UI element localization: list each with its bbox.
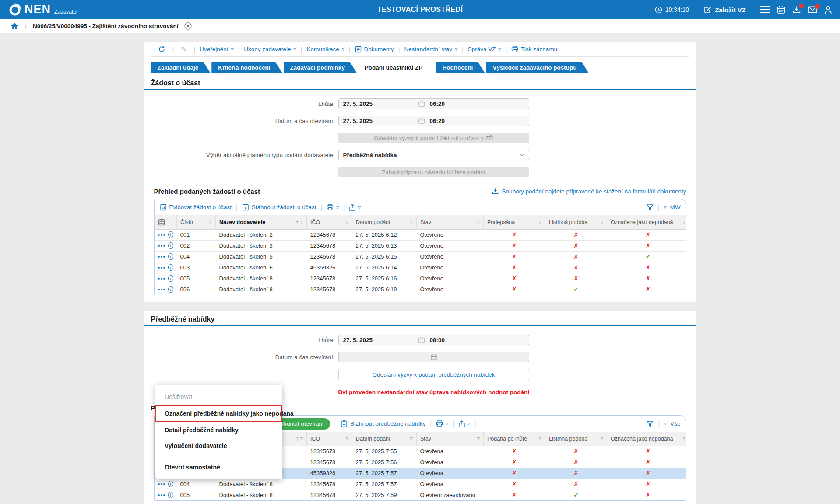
main-menu-button[interactable] — [760, 6, 770, 13]
column-filter-icon[interactable]: ▽ — [346, 437, 348, 441]
lhuta-datetime-field[interactable]: 27. 5. 2025 08:00 — [338, 335, 529, 345]
oteviranie-datetime-field[interactable]: 27. 5. 2025 06:20 — [338, 116, 529, 126]
row-info-icon[interactable]: i — [168, 264, 173, 271]
action-link-uve-ejn-n-[interactable]: Uveřejnění▽ — [200, 46, 233, 52]
column-header[interactable]: Datum podání▽ — [352, 215, 417, 229]
submission-files-link[interactable]: Soubory podání najdete připravené ke sta… — [492, 188, 686, 195]
row-info-icon[interactable]: i — [168, 481, 173, 487]
download-offers-button[interactable]: Stáhnout předběžné nabídky — [341, 420, 426, 427]
row-info-icon[interactable]: i — [168, 286, 173, 293]
lhuta-datetime-field[interactable]: 27. 5. 2025 06:20 — [338, 98, 529, 109]
row-menu-icon[interactable] — [158, 256, 165, 258]
tab-zad-vac-podm-nky[interactable]: Zadávací podmínky — [284, 62, 357, 74]
column-settings-header[interactable] — [155, 215, 177, 229]
column-header[interactable]: Stav▽ — [417, 432, 484, 446]
action-link-tisk-z-znamu[interactable]: Tisk záznamu — [511, 46, 557, 52]
column-filter-icon[interactable]: ▽ — [601, 437, 603, 441]
table-row[interactable]: i005Dodavatel - školení 81234567827. 5. … — [155, 273, 686, 284]
nen-brand[interactable]: NEN Zadavatel — [8, 3, 77, 17]
menu-item-vylou-en-dodavatele[interactable]: Vyloučení dodavatele — [155, 438, 282, 454]
table-row[interactable]: i004Dodavatel - školení 81234567827. 5. … — [155, 479, 686, 490]
breadcrumb-item[interactable]: N006/25/V00004995 - Zajištění závodního … — [33, 23, 178, 29]
calendar-button[interactable] — [777, 6, 785, 14]
tab-z-kladn-daje[interactable]: Základní údaje — [151, 62, 211, 74]
column-header[interactable]: Listinná podoba▽ — [545, 215, 607, 229]
action-link-spr-va-vz[interactable]: Správa VZ▽ — [468, 46, 501, 52]
export-table-button[interactable]: ▽ — [459, 420, 470, 427]
create-vz-button[interactable]: Založit VZ — [703, 6, 746, 14]
view-select-caret[interactable]: ▽ — [664, 206, 666, 209]
next-phase-button[interactable]: Zahájit přípravu následující fáze podání — [338, 167, 529, 177]
tab-krit-ria-hodnocen-[interactable]: Kritéria hodnocení — [211, 62, 282, 74]
downloads-button[interactable] — [792, 6, 801, 14]
tab-v-sledek-zad-vac-ho-postupu[interactable]: Výsledek zadávacího postupu — [486, 62, 589, 74]
column-header[interactable]: Označena jako nepodaná▽ — [607, 215, 686, 229]
action-link-dokumenty[interactable]: Dokumenty — [355, 46, 394, 53]
row-menu-icon[interactable] — [158, 234, 165, 236]
column-filter-icon[interactable]: ▽ — [410, 437, 413, 441]
column-filter-icon[interactable]: ▽ — [683, 437, 685, 441]
row-menu-icon[interactable] — [158, 267, 165, 269]
column-header[interactable]: Listinná podoba▽ — [545, 432, 607, 446]
column-filter-icon[interactable]: ▽ — [209, 220, 212, 224]
view-select-value[interactable]: MW — [670, 204, 681, 210]
column-header[interactable]: Označena jako nepodaná▽ — [607, 432, 686, 446]
row-info-icon[interactable]: i — [168, 231, 173, 238]
table-row[interactable]: i006Dodavatel - školení 81234567827. 5. … — [155, 284, 686, 295]
table-row[interactable]: i004Dodavatel - školení 51234567827. 5. … — [155, 251, 686, 262]
column-header[interactable]: IČO▽ — [307, 432, 352, 446]
column-filter-icon[interactable]: ▽ — [601, 220, 603, 224]
messages-button[interactable] — [808, 6, 817, 13]
row-menu-icon[interactable] — [158, 289, 165, 290]
column-filter-icon[interactable]: ▽ — [477, 220, 480, 224]
submission-type-select[interactable]: Předběžná nabídka — [338, 150, 529, 160]
column-header[interactable]: Stav▽ — [417, 215, 484, 229]
column-filter-icon[interactable]: ▽ — [300, 437, 303, 441]
row-info-icon[interactable]: i — [168, 275, 173, 282]
column-header[interactable]: IČO▽ — [307, 215, 352, 229]
column-filter-icon[interactable]: ▽ — [300, 220, 303, 224]
register-request-button[interactable]: Evidovat žádost o účast — [160, 203, 232, 211]
home-button[interactable] — [11, 22, 18, 30]
row-menu-icon[interactable] — [158, 245, 165, 247]
edit-record-button[interactable]: ✎ — [181, 45, 186, 53]
table-row[interactable]: i002Dodavatel - školení 31234567827. 5. … — [155, 240, 686, 251]
tab-pod-n-astn-k-zp[interactable]: Podání účastníků ZP — [358, 62, 435, 74]
table-row[interactable]: i005Dodavatel - školení 81234567827. 5. … — [155, 490, 686, 500]
column-filter-icon[interactable]: ▽ — [346, 220, 348, 224]
row-menu-icon[interactable] — [158, 278, 165, 280]
column-header[interactable]: Podaná po lhůtě▽ — [484, 432, 545, 446]
user-profile-button[interactable] — [824, 6, 832, 14]
send-preliminary-offers-call-button[interactable]: Odeslání výzvy k podání předběžných nabí… — [338, 369, 529, 380]
column-header[interactable]: Název dodavatele↑▽ — [216, 215, 307, 229]
menu-item-ozna-en-p-edb-n-nab-dky-jako-nepodan-[interactable]: Označení předběžné nabídky jako nepodaná — [155, 405, 282, 422]
column-header[interactable]: Číslo▽ — [177, 215, 216, 229]
column-header[interactable]: Datum podání▽ — [352, 432, 417, 446]
column-filter-icon[interactable]: ▽ — [539, 220, 541, 224]
row-menu-icon[interactable] — [158, 483, 165, 485]
row-info-icon[interactable]: i — [168, 253, 173, 260]
column-filter-icon[interactable]: ▽ — [539, 437, 541, 441]
column-filter-icon[interactable]: ▽ — [683, 220, 685, 224]
view-select-value[interactable]: Vše — [670, 420, 680, 427]
download-requests-button[interactable]: Stáhnout žádosti o účast — [242, 203, 316, 211]
close-record-button[interactable] — [184, 22, 192, 30]
row-menu-icon[interactable] — [158, 494, 165, 496]
filter-button[interactable] — [647, 204, 654, 211]
row-info-icon[interactable]: i — [168, 492, 173, 498]
send-request-call-button[interactable]: Odeslání výzvy k podání žádosti o účast … — [338, 133, 529, 143]
action-link-komunikace[interactable]: Komunikace▽ — [306, 46, 344, 52]
row-info-icon[interactable]: i — [168, 242, 173, 249]
menu-item-detail-p-edb-n-nab-dky[interactable]: Detail předběžné nabídky — [155, 422, 282, 438]
column-header[interactable]: Podepsána▽ — [484, 215, 545, 229]
filter-button[interactable] — [647, 420, 654, 427]
print-table-button[interactable]: ▽ — [327, 204, 339, 210]
action-link--kony-zadavatele[interactable]: Úkony zadavatele▽ — [244, 46, 296, 52]
table-row[interactable]: i003Dodavatel - školení 64535932627. 5. … — [155, 262, 686, 273]
export-table-button[interactable]: ▽ — [349, 204, 361, 211]
menu-item-otev-t-samostatn-[interactable]: Otevřít samostatně — [155, 459, 282, 475]
column-filter-icon[interactable]: ▽ — [410, 220, 413, 224]
column-filter-icon[interactable]: ▽ — [477, 437, 480, 441]
tab-hodnocen-[interactable]: Hodnocení — [436, 62, 485, 74]
table-row[interactable]: i001Dodavatel - školení 21234567827. 5. … — [155, 229, 686, 240]
